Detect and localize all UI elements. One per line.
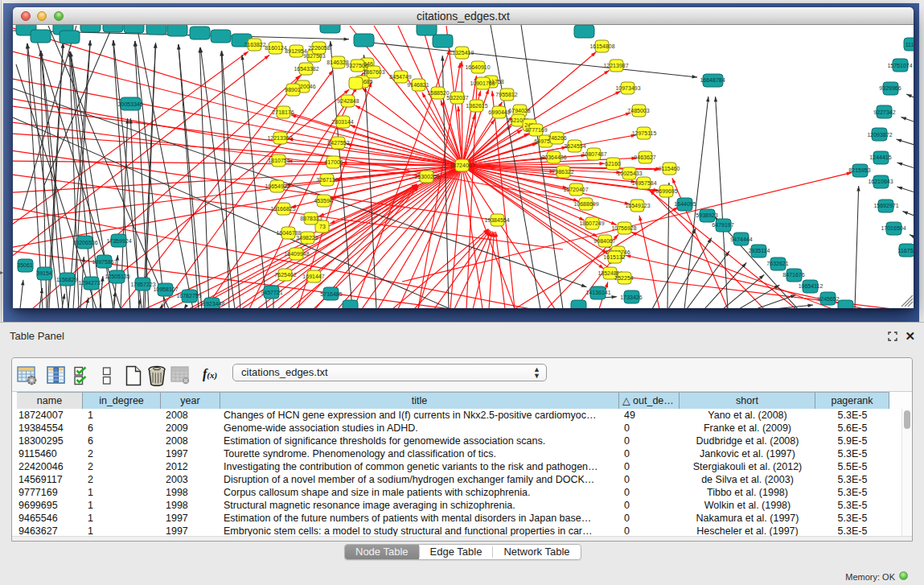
svg-text:1691447: 1691447 bbox=[302, 274, 324, 279]
svg-text:3624554: 3624554 bbox=[564, 143, 585, 149]
svg-text:10025433: 10025433 bbox=[617, 171, 642, 176]
svg-text:9146821: 9146821 bbox=[407, 82, 429, 88]
svg-text:252254: 252254 bbox=[614, 275, 633, 281]
svg-text:5322037: 5322037 bbox=[446, 95, 468, 101]
svg-text:9457721: 9457721 bbox=[261, 290, 282, 295]
svg-text:2226058: 2226058 bbox=[308, 45, 330, 51]
svg-text:17359924: 17359924 bbox=[106, 238, 131, 244]
svg-text:9474444: 9474444 bbox=[730, 237, 752, 242]
svg-text:9699695: 9699695 bbox=[655, 188, 677, 194]
svg-text:16782759: 16782759 bbox=[176, 293, 201, 299]
svg-text:5716485: 5716485 bbox=[320, 291, 342, 297]
svg-text:9084067: 9084067 bbox=[593, 238, 615, 244]
svg-text:1588520: 1588520 bbox=[427, 90, 449, 96]
svg-text:20364436: 20364436 bbox=[541, 154, 566, 160]
svg-text:15692971: 15692971 bbox=[873, 203, 898, 208]
svg-text:7625402: 7625402 bbox=[274, 272, 296, 278]
svg-text:19654933: 19654933 bbox=[265, 183, 290, 189]
svg-text:7955812: 7955812 bbox=[495, 92, 517, 97]
svg-text:19384554: 19384554 bbox=[484, 217, 509, 223]
svg-text:14136141: 14136141 bbox=[585, 290, 610, 295]
svg-text:39154: 39154 bbox=[36, 270, 52, 276]
svg-text:16409948: 16409948 bbox=[284, 251, 309, 257]
svg-text:1615132: 1615132 bbox=[603, 254, 625, 260]
svg-text:19166825: 19166825 bbox=[270, 206, 295, 212]
svg-text:8454749: 8454749 bbox=[389, 74, 411, 80]
svg-text:25300203: 25300203 bbox=[414, 174, 439, 179]
svg-text:8471676: 8471676 bbox=[782, 272, 804, 278]
svg-text:10901768: 10901768 bbox=[470, 80, 495, 86]
svg-text:1733426: 1733426 bbox=[620, 295, 642, 300]
svg-text:18607249: 18607249 bbox=[579, 220, 604, 226]
svg-text:116753: 116753 bbox=[898, 248, 914, 253]
svg-text:10654112: 10654112 bbox=[799, 283, 823, 289]
svg-text:10973493: 10973493 bbox=[615, 85, 640, 91]
svg-text:16640910: 16640910 bbox=[465, 64, 490, 70]
svg-text:17016504: 17016504 bbox=[881, 225, 906, 231]
svg-text:6479197: 6479197 bbox=[712, 222, 733, 228]
svg-text:16648784: 16648784 bbox=[700, 77, 725, 83]
svg-text:1244415: 1244415 bbox=[869, 154, 891, 160]
svg-text:10807487: 10807487 bbox=[581, 151, 606, 157]
svg-text:20206536: 20206536 bbox=[72, 240, 97, 245]
svg-text:6794028: 6794028 bbox=[508, 108, 530, 113]
svg-text:16543382: 16543382 bbox=[294, 66, 318, 72]
svg-text:746266: 746266 bbox=[548, 135, 566, 141]
svg-text:9242848: 9242848 bbox=[337, 98, 359, 104]
svg-text:3498222: 3498222 bbox=[296, 235, 318, 241]
svg-text:9115460: 9115460 bbox=[659, 166, 680, 171]
svg-text:12975115: 12975115 bbox=[632, 130, 657, 136]
svg-text:7632621: 7632621 bbox=[766, 261, 788, 266]
svg-text:35061: 35061 bbox=[17, 262, 33, 268]
svg-text:9777169: 9777169 bbox=[525, 127, 547, 133]
svg-text:2867603: 2867603 bbox=[363, 69, 384, 75]
svg-text:3267130: 3267130 bbox=[316, 177, 338, 183]
svg-text:12213987: 12213987 bbox=[603, 63, 628, 68]
svg-text:8160124: 8160124 bbox=[265, 45, 286, 51]
svg-text:10975867: 10975867 bbox=[92, 259, 117, 265]
svg-text:2718176: 2718176 bbox=[272, 109, 294, 115]
svg-text:1156829: 1156829 bbox=[56, 277, 78, 282]
svg-text:1112: 1112 bbox=[906, 42, 914, 47]
svg-text:12505135: 12505135 bbox=[105, 274, 129, 279]
svg-text:8427552: 8427552 bbox=[327, 140, 349, 146]
svg-text:98901: 98901 bbox=[285, 87, 301, 93]
svg-text:11923448: 11923448 bbox=[200, 301, 225, 307]
svg-text:7485003: 7485003 bbox=[627, 108, 649, 113]
svg-text:2803144: 2803144 bbox=[331, 119, 353, 125]
svg-text:1810755: 1810755 bbox=[268, 158, 290, 163]
svg-text:12942737: 12942737 bbox=[78, 280, 103, 286]
svg-text:16154808: 16154808 bbox=[589, 43, 614, 49]
svg-text:1644095: 1644095 bbox=[674, 201, 696, 207]
svg-text:9329966: 9329966 bbox=[879, 85, 901, 91]
svg-text:2935114: 2935114 bbox=[749, 248, 770, 253]
svg-text:5938923: 5938923 bbox=[696, 212, 717, 218]
svg-text:9227342: 9227342 bbox=[873, 109, 895, 115]
svg-text:1362615: 1362615 bbox=[466, 103, 487, 109]
svg-text:10958107: 10958107 bbox=[153, 286, 178, 292]
svg-text:16210643: 16210643 bbox=[868, 179, 893, 184]
svg-text:417006: 417006 bbox=[324, 159, 343, 165]
svg-text:14957584: 14957584 bbox=[631, 180, 656, 186]
svg-text:15751074: 15751074 bbox=[887, 63, 912, 68]
svg-text:8878333: 8878333 bbox=[300, 216, 322, 221]
svg-text:9463627: 9463627 bbox=[634, 154, 655, 160]
svg-text:6990448: 6990448 bbox=[488, 109, 510, 115]
svg-text:11325419: 11325419 bbox=[450, 50, 474, 56]
svg-text:62160: 62160 bbox=[605, 161, 621, 167]
svg-text:17957223: 17957223 bbox=[130, 282, 155, 287]
svg-text:10756928: 10756928 bbox=[611, 225, 636, 231]
svg-text:9245652: 9245652 bbox=[817, 296, 839, 302]
svg-text:18724007: 18724007 bbox=[450, 163, 474, 168]
svg-text:15720407: 15720407 bbox=[563, 187, 588, 192]
svg-text:9327508: 9327508 bbox=[346, 63, 368, 68]
svg-text:20053346: 20053346 bbox=[117, 101, 142, 107]
svg-text:12213363: 12213363 bbox=[267, 135, 292, 141]
svg-text:7986322: 7986322 bbox=[552, 169, 573, 175]
svg-text:73: 73 bbox=[319, 224, 326, 229]
svg-text:453594: 453594 bbox=[314, 198, 332, 204]
svg-text:16549123: 16549123 bbox=[625, 203, 650, 208]
svg-text:7163822: 7163822 bbox=[244, 42, 265, 47]
svg-text:12093872: 12093872 bbox=[867, 132, 892, 138]
svg-text:10688609: 10688609 bbox=[573, 201, 598, 207]
